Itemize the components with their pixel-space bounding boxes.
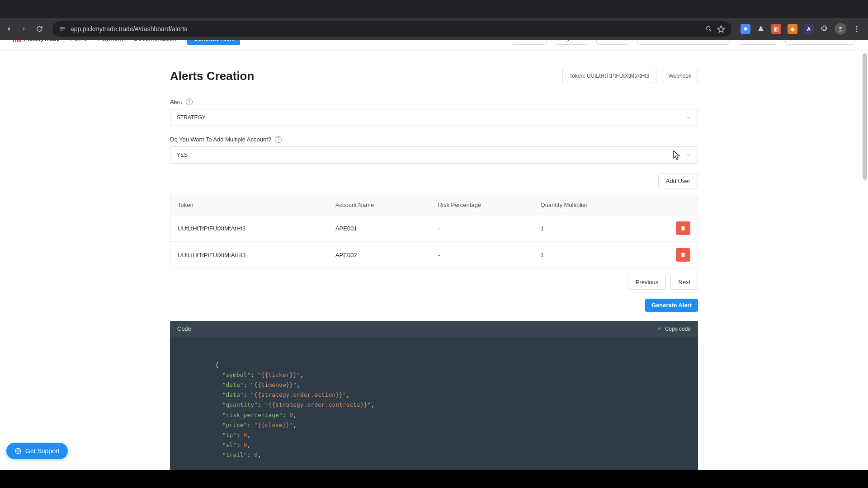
cell-account: APE002 [335, 252, 438, 258]
code-title: Code [177, 325, 191, 332]
browser-toolbar: app.pickmytrade.trade/#/dashboard/alerts… [0, 18, 868, 40]
brand-name: PickMyTrade [24, 40, 60, 42]
cell-risk: - [438, 225, 541, 232]
svg-point-3 [839, 27, 841, 29]
col-quantity: Quantity Multiplier [541, 202, 643, 208]
main-content: Alerts Creation Token: UUtLtHtTtPtFUtXtM… [163, 51, 705, 470]
extension-icon[interactable]: A [804, 24, 814, 34]
site-info-icon[interactable] [59, 25, 66, 33]
life-ring-icon [14, 447, 22, 455]
delete-row-button[interactable] [676, 248, 690, 262]
pagination: Previous Next [170, 275, 698, 290]
col-token: Token [178, 202, 335, 208]
browser-chrome: app.pickmytrade.trade/#/dashboard/alerts… [0, 0, 868, 40]
extensions-menu-icon[interactable] [820, 25, 828, 33]
brand-logo[interactable]: PickMyTrade [13, 40, 60, 42]
table-row: UUtLtHtTtPtFUtXtMtAtHt3APE001-1 [170, 215, 698, 242]
svg-line-1 [710, 30, 711, 31]
delete-row-button[interactable] [676, 221, 690, 235]
back-icon[interactable] [5, 25, 13, 33]
token-chip[interactable]: Token: UUtLtHtTtPtFUtXtMtAtHt3 [562, 69, 656, 83]
cell-token: UUtLtHtTtPtFUtXtMtAtHt3 [178, 225, 335, 232]
alert-label: Alert ? [170, 99, 698, 105]
token-pill: Token: UUtLtHtTtPtFUtXtMtAtHt3 [637, 40, 729, 45]
get-support-button[interactable]: Get Support [6, 443, 68, 459]
forward-icon[interactable] [20, 25, 28, 33]
alert-select[interactable]: STRATEGY [170, 109, 698, 126]
webhook-pill[interactable]: Webhook [512, 40, 546, 45]
generate-alert-button[interactable]: Generate Alert [645, 299, 698, 312]
next-button[interactable]: Next [670, 275, 698, 290]
svg-point-8 [17, 450, 19, 452]
add-user-button[interactable]: Add User [658, 174, 698, 188]
buy-alert-pill[interactable]: Buy Alert [555, 40, 588, 45]
alert-select-value: STRATEGY [177, 114, 206, 121]
app-viewport: PickMyTrade Home Payment Documentation G… [0, 40, 868, 470]
chevron-down-icon [686, 115, 691, 120]
kebab-menu-icon[interactable] [853, 25, 861, 33]
app-top-nav: PickMyTrade Home Payment Documentation G… [0, 40, 868, 51]
url-text: app.pickmytrade.trade/#/dashboard/alerts [71, 25, 701, 33]
cell-quantity: 1 [541, 252, 643, 258]
help-icon[interactable]: ? [275, 136, 282, 143]
copy-code-button[interactable]: Copy code [657, 326, 691, 332]
cell-account: APE001 [335, 225, 438, 232]
zoom-icon[interactable] [705, 25, 712, 33]
page-title: Alerts Creation [170, 69, 254, 83]
multi-account-select-value: YES [177, 152, 188, 158]
check-icon [657, 326, 662, 332]
svg-point-5 [856, 28, 858, 30]
code-block: Code Copy code { "symbol": "{{ticker}}",… [170, 321, 698, 470]
col-account: Account Name [335, 202, 438, 208]
help-icon[interactable]: ? [186, 99, 193, 105]
nav-documentation[interactable]: Documentation [134, 40, 176, 42]
connected-pill: Tradovate Connected [785, 40, 855, 45]
svg-point-6 [856, 31, 858, 32]
reload-icon[interactable] [35, 25, 43, 33]
webhook-chip[interactable]: Webhook [662, 69, 698, 83]
cell-quantity: 1 [541, 225, 643, 232]
code-content: { "symbol": "{{ticker}}", "date": "{{tim… [170, 337, 698, 470]
profile-avatar[interactable] [835, 23, 846, 35]
svg-point-4 [856, 26, 858, 27]
generate-alert-top-button[interactable]: Generate Alert [187, 40, 240, 45]
cursor-pointer [673, 150, 680, 160]
demo-pill[interactable]: Demo ▾ [738, 40, 777, 45]
scrollbar-thumb[interactable] [863, 53, 867, 180]
url-bar[interactable]: app.pickmytrade.trade/#/dashboard/alerts [52, 21, 731, 37]
nav-payment[interactable]: Payment [98, 40, 123, 42]
nav-home[interactable]: Home [71, 40, 87, 42]
cell-risk: - [438, 252, 541, 258]
extension-icon[interactable]: ❄ [741, 24, 750, 34]
extension-icon[interactable]: ◧ [771, 24, 781, 34]
col-risk: Risk Percentage [438, 202, 541, 208]
svg-point-0 [707, 27, 710, 30]
star-icon[interactable] [717, 25, 725, 33]
table-row: UUtLtHtTtPtFUtXtMtAtHt3APE002-1 [170, 242, 698, 268]
multi-account-label: Do You Want To Add Multiple Account? ? [170, 136, 698, 143]
multi-account-select[interactable]: YES [170, 146, 698, 164]
prev-button[interactable]: Previous [628, 275, 666, 290]
svg-point-7 [15, 448, 21, 454]
extension-icon[interactable] [757, 25, 765, 33]
taskbar [0, 470, 868, 488]
table-header: Token Account Name Risk Percentage Quant… [170, 195, 698, 215]
scrollbar[interactable] [863, 40, 867, 470]
extension-icon[interactable]: ◆ [788, 24, 797, 34]
extension-icons: ❄ ◧ ◆ A [741, 23, 863, 35]
sell-alert-pill[interactable]: Sell Alert [596, 40, 629, 45]
accounts-table: Token Account Name Risk Percentage Quant… [170, 195, 698, 268]
chevron-down-icon [686, 152, 691, 158]
cell-token: UUtLtHtTtPtFUtXtMtAtHt3 [178, 252, 335, 258]
svg-marker-2 [718, 26, 725, 32]
